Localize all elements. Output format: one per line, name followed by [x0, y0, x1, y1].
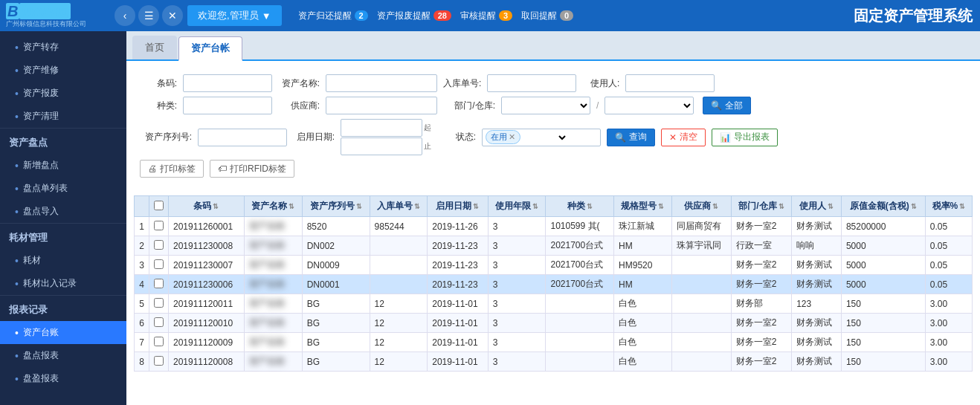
sidebar-item[interactable]: 新增盘点	[0, 154, 126, 177]
col-header-入库单号[interactable]: 入库单号⇅	[370, 196, 428, 217]
sidebar-item[interactable]: 资产维修	[0, 59, 126, 82]
sort-icon[interactable]: ⇅	[658, 203, 664, 210]
sidebar-item[interactable]: 盘点报表	[0, 344, 126, 367]
sidebar-item[interactable]: 盘盈报表	[0, 367, 126, 390]
row-checkbox-cell[interactable]	[149, 236, 169, 256]
row-checkbox[interactable]	[154, 240, 164, 250]
status-select[interactable]	[523, 130, 568, 145]
supplier-cell	[671, 275, 731, 294]
date-range: 起 止	[341, 119, 433, 155]
sidebar-item[interactable]: 资产清理	[0, 105, 126, 128]
row-checkbox[interactable]	[154, 356, 164, 366]
status-tag-close[interactable]: ✕	[509, 132, 515, 142]
col-header-使用人[interactable]: 使用人⇅	[792, 196, 842, 217]
col-header-checkbox[interactable]	[149, 196, 169, 217]
sort-icon[interactable]: ⇅	[414, 203, 420, 210]
serial-input[interactable]	[198, 129, 287, 146]
sidebar-item[interactable]: 耗材出入记录	[0, 272, 126, 295]
entry-no-input[interactable]	[487, 74, 576, 92]
sort-icon[interactable]: ⇅	[587, 203, 593, 210]
category-input[interactable]	[183, 97, 272, 114]
notification-item[interactable]: 资产报废提醒28	[377, 10, 451, 22]
row-checkbox[interactable]	[154, 279, 164, 288]
table-row[interactable]: 3201911230007资产名称DN00092019-11-233202170…	[135, 256, 973, 275]
start-date-input[interactable]	[341, 119, 422, 137]
tab-item[interactable]: 资产台帐	[178, 36, 242, 61]
sidebar-item[interactable]: 盘点单列表	[0, 177, 126, 200]
col-header-启用日期[interactable]: 启用日期⇅	[428, 196, 488, 217]
row-checkbox-cell[interactable]	[149, 294, 169, 314]
dept-sub-select[interactable]	[605, 97, 694, 114]
all-button[interactable]: 🔍 全部	[703, 97, 751, 114]
sort-icon[interactable]: ⇅	[911, 203, 917, 210]
select-all-checkbox[interactable]	[154, 201, 164, 210]
sort-icon[interactable]: ⇅	[213, 203, 219, 210]
row-checkbox-cell[interactable]	[149, 333, 169, 352]
col-header-种类[interactable]: 种类⇅	[546, 196, 614, 217]
export-button[interactable]: 📊 导出报表	[712, 129, 778, 146]
print-tag-button[interactable]: 🖨 打印标签	[140, 160, 204, 178]
row-checkbox-cell[interactable]	[149, 217, 169, 236]
sort-icon[interactable]: ⇅	[356, 203, 362, 210]
sort-icon[interactable]: ⇅	[959, 203, 965, 210]
notification-item[interactable]: 取回提醒0	[521, 10, 573, 22]
user-cell: 财务测试	[792, 314, 842, 333]
table-row[interactable]: 2201911230008资产名称DN0022019-11-2332021700…	[135, 236, 973, 256]
row-checkbox-cell[interactable]	[149, 352, 169, 372]
col-header-资产名称[interactable]: 资产名称⇅	[244, 196, 302, 217]
table-row[interactable]: 4201911230006资产名称DN00012019-11-233202170…	[135, 275, 973, 294]
row-checkbox[interactable]	[154, 221, 164, 230]
table-row[interactable]: 7201911120009资产名称BG122019-11-013白色财务一室2财…	[135, 333, 973, 352]
serial-cell: DN002	[302, 236, 370, 256]
print-rfid-button[interactable]: 🏷 打印RFID标签	[210, 160, 294, 178]
sort-icon[interactable]: ⇅	[712, 203, 718, 210]
table-row[interactable]: 5201911120011资产名称BG122019-11-013白色财务部123…	[135, 294, 973, 314]
welcome-button[interactable]: 欢迎您,管理员 ▼	[187, 5, 282, 26]
all-label: 全部	[725, 100, 743, 112]
col-header-原值金额(含税)[interactable]: 原值金额(含税)⇅	[841, 196, 925, 217]
sidebar-item[interactable]: 资产台账	[0, 321, 126, 344]
nav-menu-button[interactable]: ☰	[138, 5, 159, 26]
table-row[interactable]: 1201911260001资产名称85209852442019-11-26310…	[135, 217, 973, 236]
row-checkbox-cell[interactable]	[149, 314, 169, 333]
sidebar-item[interactable]: 耗材	[0, 249, 126, 272]
dept-select[interactable]	[501, 97, 590, 114]
sort-icon[interactable]: ⇅	[473, 203, 479, 210]
end-date-input[interactable]	[341, 137, 422, 155]
sort-icon[interactable]: ⇅	[288, 203, 294, 210]
notification-badge: 3	[499, 10, 512, 21]
col-header-使用年限[interactable]: 使用年限⇅	[488, 196, 546, 217]
sort-icon[interactable]: ⇅	[778, 203, 784, 210]
col-header-税率%[interactable]: 税率%⇅	[925, 196, 972, 217]
tab-item[interactable]: 首页	[132, 36, 177, 59]
col-header-资产序列号[interactable]: 资产序列号⇅	[302, 196, 370, 217]
sort-icon[interactable]: ⇅	[828, 203, 834, 210]
row-checkbox[interactable]	[154, 317, 164, 327]
notification-item[interactable]: 审核提醒3	[460, 10, 512, 22]
row-checkbox-cell[interactable]	[149, 256, 169, 275]
table-row[interactable]: 8201911120008资产名称BG122019-11-013白色财务一室2财…	[135, 352, 973, 372]
row-checkbox-cell[interactable]	[149, 275, 169, 294]
col-header-供应商[interactable]: 供应商⇅	[671, 196, 731, 217]
row-checkbox[interactable]	[154, 337, 164, 346]
sidebar-item[interactable]: 资产报废	[0, 82, 126, 105]
clear-button[interactable]: ✕ 清空	[661, 129, 706, 146]
nav-close-button[interactable]: ✕	[162, 5, 183, 26]
col-header-规格型号[interactable]: 规格型号⇅	[614, 196, 672, 217]
table-row[interactable]: 6201911120010资产名称BG122019-11-013白色财务一室2财…	[135, 314, 973, 333]
notification-item[interactable]: 资产归还提醒2	[298, 10, 368, 22]
search-form-row1: 条码: 资产名称: 入库单号: 使用人:	[140, 74, 967, 92]
user-input[interactable]	[625, 74, 715, 92]
row-checkbox[interactable]	[154, 259, 164, 269]
nav-back-button[interactable]: ‹	[115, 5, 135, 26]
supplier-input[interactable]	[326, 97, 437, 114]
sidebar-item[interactable]: 资产转存	[0, 36, 126, 59]
asset-name-input[interactable]	[326, 74, 437, 92]
row-checkbox[interactable]	[154, 298, 164, 308]
query-button[interactable]: 🔍 查询	[607, 129, 655, 146]
barcode-input[interactable]	[183, 74, 272, 92]
col-header-条码[interactable]: 条码⇅	[169, 196, 245, 217]
sidebar-item[interactable]: 盘点导入	[0, 200, 126, 223]
sort-icon[interactable]: ⇅	[532, 203, 538, 210]
col-header-部门/仓库[interactable]: 部门/仓库⇅	[731, 196, 791, 217]
